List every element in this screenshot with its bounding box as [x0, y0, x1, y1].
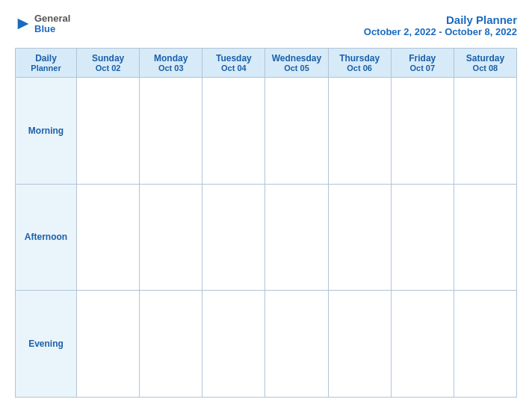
morning-label: Morning [16, 78, 77, 185]
saturday-label: Saturday [457, 53, 513, 64]
afternoon-row: Afternoon [16, 184, 517, 291]
friday-label: Friday [395, 53, 451, 64]
table-header-row: Daily Planner Sunday Oct 02 Monday Oct 0… [16, 49, 517, 78]
afternoon-wednesday[interactable] [265, 184, 328, 291]
afternoon-sunday[interactable] [77, 184, 140, 291]
evening-monday[interactable] [140, 291, 202, 398]
evening-sunday[interactable] [77, 291, 140, 398]
friday-date: Oct 07 [395, 64, 451, 72]
evening-tuesday[interactable] [202, 291, 265, 398]
evening-wednesday[interactable] [265, 291, 328, 398]
header-friday: Friday Oct 07 [391, 49, 454, 78]
header-wednesday: Wednesday Oct 05 [265, 49, 328, 78]
logo-blue: Blue [34, 24, 70, 34]
header-planner: Planner [19, 64, 73, 72]
morning-monday[interactable] [140, 78, 202, 185]
svg-marker-0 [18, 19, 29, 30]
monday-date: Oct 03 [143, 64, 199, 72]
afternoon-tuesday[interactable] [202, 184, 265, 291]
saturday-date: Oct 08 [457, 64, 513, 72]
header-label-cell: Daily Planner [16, 49, 77, 78]
wednesday-date: Oct 05 [268, 64, 324, 72]
monday-label: Monday [143, 53, 199, 64]
sunday-date: Oct 02 [80, 64, 136, 72]
evening-thursday[interactable] [328, 291, 391, 398]
header-sunday: Sunday Oct 02 [77, 49, 140, 78]
afternoon-label: Afternoon [16, 184, 77, 291]
afternoon-saturday[interactable] [454, 184, 516, 291]
evening-label: Evening [16, 291, 77, 398]
tuesday-date: Oct 04 [205, 64, 262, 72]
morning-sunday[interactable] [77, 78, 140, 185]
wednesday-label: Wednesday [268, 53, 324, 64]
morning-thursday[interactable] [328, 78, 391, 185]
header-thursday: Thursday Oct 06 [328, 49, 391, 78]
header-saturday: Saturday Oct 08 [454, 49, 516, 78]
morning-row: Morning [16, 78, 517, 185]
evening-saturday[interactable] [454, 291, 516, 398]
logo-icon [15, 16, 31, 32]
title-block: Daily Planner October 2, 2022 - October … [364, 13, 517, 37]
thursday-label: Thursday [332, 53, 388, 64]
afternoon-thursday[interactable] [328, 184, 391, 291]
page-title: Daily Planner [364, 13, 517, 26]
thursday-date: Oct 06 [332, 64, 388, 72]
planner-table: Daily Planner Sunday Oct 02 Monday Oct 0… [15, 48, 517, 398]
header-daily: Daily [19, 53, 73, 64]
header-monday: Monday Oct 03 [140, 49, 202, 78]
morning-saturday[interactable] [454, 78, 516, 185]
evening-row: Evening [16, 291, 517, 398]
afternoon-monday[interactable] [140, 184, 202, 291]
logo-text: General Blue [34, 13, 70, 35]
sunday-label: Sunday [80, 53, 136, 64]
page-header: General Blue Daily Planner October 2, 20… [15, 13, 517, 37]
tuesday-label: Tuesday [205, 53, 262, 64]
afternoon-friday[interactable] [391, 184, 454, 291]
evening-friday[interactable] [391, 291, 454, 398]
logo-general: General [34, 13, 70, 24]
morning-friday[interactable] [391, 78, 454, 185]
header-tuesday: Tuesday Oct 04 [202, 49, 265, 78]
date-range: October 2, 2022 - October 8, 2022 [364, 26, 517, 37]
logo: General Blue [15, 13, 70, 35]
morning-wednesday[interactable] [265, 78, 328, 185]
morning-tuesday[interactable] [202, 78, 265, 185]
